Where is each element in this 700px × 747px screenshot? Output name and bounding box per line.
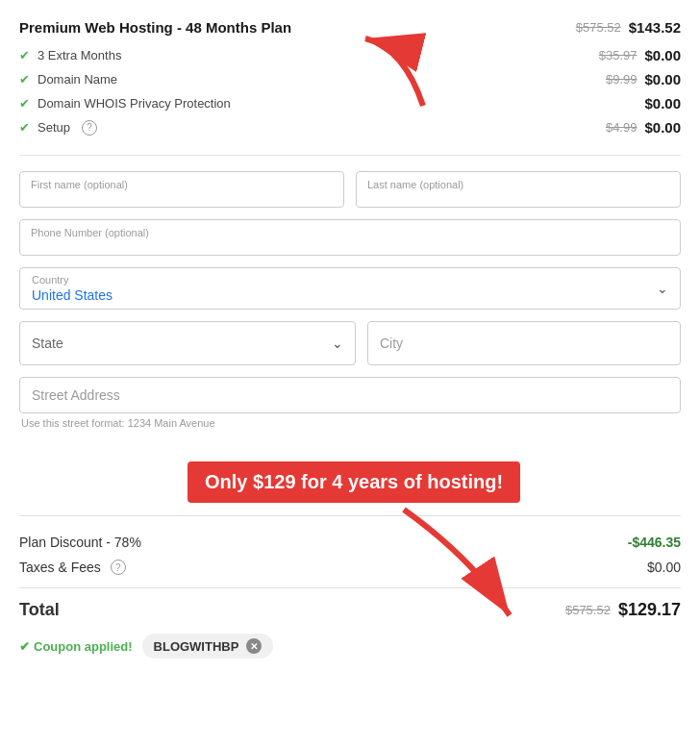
form-section: First name (optional) Last name (optiona…	[19, 171, 681, 429]
feature-price-3: $0.00	[644, 119, 681, 136]
taxes-value: $0.00	[647, 560, 681, 575]
coupon-row: ✔ Coupon applied! BLOGWITHBP ✕	[19, 634, 681, 659]
total-row: Total $575.52 $129.17	[19, 600, 681, 620]
discount-value: -$446.35	[628, 535, 681, 550]
check-icon-1: ✔	[19, 72, 30, 87]
setup-help-icon[interactable]: ?	[82, 120, 97, 136]
street-address-input[interactable]	[20, 378, 680, 412]
name-row: First name (optional) Last name (optiona…	[19, 171, 681, 208]
feature-label-0: 3 Extra Months	[38, 48, 121, 62]
feature-row-1: ✔ Domain Name $9.99 $0.00	[19, 67, 681, 91]
feature-row-2: ✔ Domain WHOIS Privacy Protection $0.00	[19, 91, 681, 115]
state-label: State	[32, 336, 63, 351]
check-icon-2: ✔	[19, 96, 30, 111]
discount-label: Plan Discount - 78%	[19, 535, 141, 550]
total-section: Total $575.52 $129.17	[19, 587, 681, 620]
feature-orig-3: $4.99	[606, 120, 638, 135]
product-section: Premium Web Hosting - 48 Months Plan $57…	[19, 19, 681, 156]
product-title: Premium Web Hosting - 48 Months Plan	[19, 19, 291, 36]
feature-price-1: $0.00	[644, 71, 681, 87]
feature-price-2: $0.00	[644, 95, 681, 112]
check-icon-0: ✔	[19, 48, 30, 62]
state-city-row: State ⌄ City	[19, 321, 681, 365]
total-prices: $575.52 $129.17	[565, 600, 681, 620]
phone-field: Phone Number (optional)	[19, 219, 681, 256]
promo-banner: Only $129 for 4 years of hosting!	[188, 461, 520, 503]
coupon-applied-label: ✔ Coupon applied!	[19, 639, 133, 654]
feature-orig-0: $35.97	[599, 48, 638, 62]
country-select[interactable]: United States	[32, 287, 668, 303]
taxes-help-icon[interactable]: ?	[111, 560, 126, 575]
last-name-input[interactable]	[356, 171, 681, 208]
taxes-label: Taxes & Fees ?	[19, 560, 126, 575]
coupon-remove-button[interactable]: ✕	[246, 638, 262, 654]
country-label: Country	[32, 274, 668, 286]
first-name-input[interactable]	[19, 171, 344, 208]
state-select[interactable]: State ⌄	[19, 321, 356, 365]
city-input[interactable]: City	[367, 321, 681, 365]
feature-orig-1: $9.99	[606, 72, 638, 87]
total-current-price: $129.17	[618, 600, 681, 620]
product-current-price: $143.52	[629, 19, 681, 36]
total-label: Total	[19, 600, 60, 620]
coupon-code: BLOGWITHBP	[154, 639, 239, 654]
first-name-field: First name (optional)	[19, 171, 344, 208]
feature-label-1: Domain Name	[38, 72, 117, 87]
discount-row: Plan Discount - 78% -$446.35	[19, 530, 681, 555]
coupon-badge: BLOGWITHBP ✕	[142, 634, 274, 659]
summary-section: Plan Discount - 78% -$446.35 Taxes & Fee…	[19, 515, 681, 580]
street-hint: Use this street format: 1234 Main Avenue	[19, 417, 681, 429]
phone-row: Phone Number (optional)	[19, 219, 681, 256]
feature-label-2: Domain WHOIS Privacy Protection	[38, 96, 231, 111]
feature-price-0: $0.00	[644, 47, 681, 63]
street-address-field: Street Address	[19, 377, 681, 413]
promo-text: Only $129 for 4 years of hosting!	[205, 471, 503, 492]
phone-input[interactable]	[19, 219, 681, 256]
check-icon-3: ✔	[19, 120, 30, 135]
feature-row-0: ✔ 3 Extra Months $35.97 $0.00	[19, 43, 681, 67]
total-original-price: $575.52	[565, 603, 611, 617]
coupon-check-icon: ✔	[19, 639, 30, 654]
taxes-row: Taxes & Fees ? $0.00	[19, 555, 681, 580]
city-label: City	[380, 336, 403, 351]
state-dropdown-arrow-icon: ⌄	[332, 336, 343, 351]
feature-label-3: Setup	[38, 120, 70, 135]
last-name-field: Last name (optional)	[356, 171, 681, 208]
product-original-price: $575.52	[576, 20, 621, 35]
feature-row-3: ✔ Setup ? $4.99 $0.00	[19, 115, 681, 139]
country-field: Country United States ⌄	[19, 267, 681, 310]
